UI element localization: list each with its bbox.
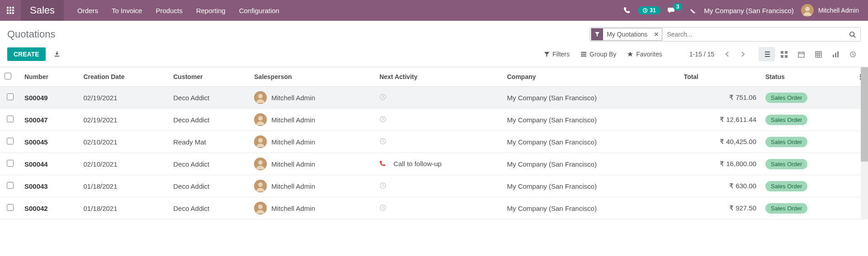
th-status[interactable]: Status (761, 67, 853, 87)
view-switcher (759, 47, 861, 61)
activity-button[interactable]: 31 (638, 6, 660, 14)
activity-count: 31 (650, 7, 656, 14)
status-badge: Sales Order (765, 115, 807, 125)
row-salesperson: Mitchell Admin (254, 158, 370, 170)
import-button[interactable] (54, 51, 60, 57)
nav-right: 31 3 My Company (San Francisco) Mitchell… (623, 4, 868, 17)
row-company: My Company (San Francisco) (502, 153, 679, 175)
nav-item-orders[interactable]: Orders (71, 1, 104, 20)
th-creation-date[interactable]: Creation Date (79, 67, 169, 87)
search-bar[interactable]: My Quotations ✕ (590, 27, 861, 42)
row-checkbox[interactable] (7, 204, 14, 211)
svg-rect-20 (835, 53, 836, 57)
pager-next-button[interactable] (736, 48, 750, 60)
company-selector[interactable]: My Company (San Francisco) (704, 7, 793, 14)
status-badge: Sales Order (765, 159, 807, 169)
row-date: 01/18/2021 (79, 175, 169, 197)
row-company: My Company (San Francisco) (502, 131, 679, 153)
funnel-icon (591, 28, 603, 40)
svg-point-35 (258, 182, 263, 187)
row-checkbox[interactable] (7, 160, 14, 167)
row-activity[interactable] (375, 87, 502, 109)
svg-rect-5 (12, 9, 14, 11)
row-activity[interactable]: Call to follow-up (375, 153, 502, 175)
th-company[interactable]: Company (502, 67, 679, 87)
row-checkbox[interactable] (7, 93, 14, 100)
th-number[interactable]: Number (20, 67, 79, 87)
table-row[interactable]: S0004301/18/2021Deco AddictMitchell Admi… (0, 175, 868, 197)
top-nav: Sales Orders To Invoice Products Reporti… (0, 0, 868, 21)
activity-view-button[interactable] (844, 47, 861, 61)
nav-item-configuration[interactable]: Configuration (233, 1, 286, 20)
table-row[interactable]: S0004402/10/2021Deco AddictMitchell Admi… (0, 153, 868, 175)
th-total[interactable]: Total (679, 67, 761, 87)
table-row[interactable]: S0004702/19/2021Deco AddictMitchell Admi… (0, 109, 868, 131)
table-row[interactable]: S0004902/19/2021Deco AddictMitchell Admi… (0, 87, 868, 109)
scrollbar[interactable] (861, 67, 868, 219)
quotations-table: Number Creation Date Customer Salesperso… (0, 67, 868, 219)
pager: 1-15 / 15 (689, 48, 750, 60)
bar-chart-icon (832, 51, 839, 58)
calendar-icon (798, 51, 805, 58)
row-number: S00044 (24, 160, 48, 168)
user-menu[interactable]: Mitchell Admin (801, 4, 859, 17)
th-salesperson[interactable]: Salesperson (250, 67, 375, 87)
nav-menu: Orders To Invoice Products Reporting Con… (71, 1, 286, 20)
avatar-icon (801, 4, 814, 17)
row-activity[interactable] (375, 175, 502, 197)
groupby-label: Group By (590, 51, 616, 58)
svg-rect-16 (785, 55, 788, 58)
row-activity[interactable] (375, 109, 502, 131)
svg-rect-19 (833, 55, 834, 57)
filters-label: Filters (552, 51, 570, 58)
kanban-icon (781, 51, 788, 58)
control-panel: Quotations My Quotations ✕ CREATE Filter… (0, 21, 868, 67)
clock-icon (379, 182, 387, 189)
th-customer[interactable]: Customer (169, 67, 250, 87)
row-checkbox[interactable] (7, 116, 14, 122)
nav-item-reporting[interactable]: Reporting (190, 1, 232, 20)
apps-menu-button[interactable] (0, 0, 21, 21)
graph-view-button[interactable] (827, 47, 844, 61)
table-row[interactable]: S0004502/10/2021Ready MatMitchell AdminM… (0, 131, 868, 153)
th-next-activity[interactable]: Next Activity (375, 67, 502, 87)
row-checkbox[interactable] (7, 182, 14, 189)
avatar-icon (254, 202, 267, 214)
clock-icon (642, 8, 648, 13)
nav-item-products[interactable]: Products (149, 1, 189, 20)
wrench-icon (689, 7, 697, 14)
select-all-checkbox[interactable] (5, 73, 11, 79)
status-badge: Sales Order (765, 203, 807, 214)
messages-button[interactable]: 3 (668, 7, 683, 14)
row-customer: Deco Addict (169, 197, 250, 219)
search-button[interactable] (844, 31, 860, 38)
calendar-view-button[interactable] (793, 47, 809, 61)
pager-prev-button[interactable] (721, 48, 734, 60)
svg-point-33 (258, 160, 263, 165)
search-filter-chip[interactable]: My Quotations ✕ (591, 28, 662, 41)
groupby-dropdown[interactable]: Group By (580, 51, 616, 58)
filters-dropdown[interactable]: Filters (544, 51, 570, 58)
app-brand[interactable]: Sales (21, 0, 64, 21)
kanban-view-button[interactable] (776, 47, 792, 61)
nav-item-to-invoice[interactable]: To Invoice (105, 1, 149, 20)
create-button[interactable]: CREATE (7, 47, 46, 61)
pivot-view-button[interactable] (810, 47, 826, 61)
svg-rect-21 (837, 51, 839, 57)
favorites-dropdown[interactable]: Favorites (627, 51, 662, 58)
phone-button[interactable] (623, 7, 631, 14)
row-salesperson: Mitchell Admin (254, 135, 370, 148)
row-checkbox[interactable] (7, 138, 14, 144)
list-view-button[interactable] (759, 47, 775, 61)
chevron-right-icon (741, 51, 745, 57)
row-activity[interactable] (375, 131, 502, 153)
chip-remove-button[interactable]: ✕ (651, 31, 662, 38)
debug-button[interactable] (689, 7, 697, 14)
list-icon (580, 51, 587, 57)
search-input[interactable] (663, 31, 844, 38)
pager-text[interactable]: 1-15 / 15 (689, 51, 714, 58)
svg-point-30 (258, 138, 263, 143)
row-activity[interactable] (375, 197, 502, 219)
row-customer: Deco Addict (169, 175, 250, 197)
table-row[interactable]: S0004201/18/2021Deco AddictMitchell Admi… (0, 197, 868, 219)
